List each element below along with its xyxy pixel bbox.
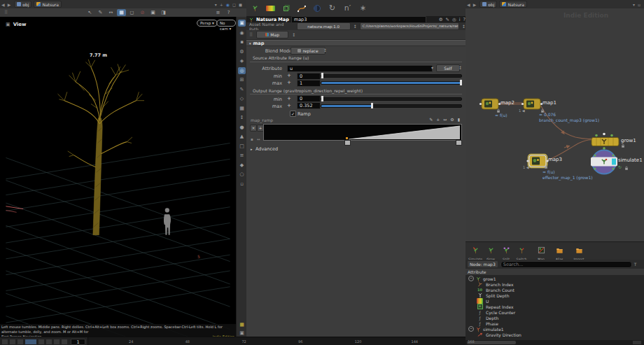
- handle-tool-icon[interactable]: ✎: [96, 9, 105, 16]
- light-icon[interactable]: ▲: [238, 133, 246, 140]
- gradient-map-icon[interactable]: [265, 3, 276, 13]
- tab-drag-handle[interactable]: ⠿: [249, 32, 253, 38]
- ramp-handle-1[interactable]: [344, 140, 351, 146]
- out-max-key-icon[interactable]: +: [287, 103, 291, 108]
- nav-back-icon[interactable]: ◀: [1, 2, 5, 7]
- view-pivot-icon[interactable]: ●: [238, 124, 246, 131]
- attribute-stepper[interactable]: ↕: [458, 65, 462, 70]
- natsura-tree-icon[interactable]: [250, 3, 260, 13]
- ramp-edit-icon[interactable]: ✎: [429, 117, 433, 122]
- n-prime-icon[interactable]: n′: [342, 3, 353, 13]
- node-grow1-label[interactable]: grow1: [621, 138, 636, 143]
- view-menu-icon[interactable]: ▣: [6, 22, 10, 27]
- handles-icon[interactable]: ↕: [238, 114, 246, 121]
- shaded-view-icon[interactable]: ▣: [148, 9, 158, 16]
- blend-stepper[interactable]: ↕: [323, 48, 327, 52]
- attr-group-grow1[interactable]: − grow1: [465, 276, 644, 281]
- playback-button-4[interactable]: [38, 339, 45, 345]
- move-tool-icon[interactable]: ↔: [106, 9, 115, 16]
- dot-marker-icon[interactable]: ▫: [238, 181, 246, 188]
- view-label[interactable]: View: [13, 22, 27, 27]
- net-breadcrumb-obj[interactable]: obj: [479, 1, 497, 8]
- attr-item-phase[interactable]: ƒ Phase: [465, 321, 644, 326]
- node-map1-label[interactable]: map1: [542, 100, 556, 106]
- ramp-del-point-button[interactable]: ×: [250, 125, 257, 132]
- net-breadcrumb-natsura[interactable]: Natsura: [499, 1, 527, 8]
- version-stepper[interactable]: ↕: [354, 24, 357, 29]
- attribute-scope-select[interactable]: Self: [436, 64, 460, 72]
- advanced-section-label[interactable]: Advanced: [255, 146, 278, 152]
- out-max-slider-handle[interactable]: [371, 103, 373, 108]
- globe-icon[interactable]: ◉: [226, 2, 230, 7]
- attribute-search-input[interactable]: [500, 261, 632, 268]
- src-min-key-icon[interactable]: +: [287, 73, 291, 78]
- out-max-field[interactable]: 0.352: [297, 102, 321, 109]
- attribute-field[interactable]: u: [287, 65, 433, 72]
- asset-version-select[interactable]: natsura:map:1.0: [297, 22, 351, 30]
- blend-mode-select[interactable]: replace: [290, 47, 326, 55]
- ramp-handle-2[interactable]: [456, 140, 462, 146]
- src-min-slider-handle[interactable]: [321, 73, 323, 78]
- node-name-field[interactable]: [291, 16, 426, 23]
- persp-selector[interactable]: Persp ▾: [197, 20, 218, 27]
- playback-button-0[interactable]: [1, 339, 8, 345]
- attr-scrollbar-track[interactable]: [465, 340, 644, 345]
- help-icon[interactable]: ?: [224, 9, 233, 16]
- camera-selector[interactable]: No cam ▾: [216, 20, 236, 27]
- shelf-tool-split[interactable]: Split: [498, 244, 514, 261]
- gear-icon[interactable]: ⚙: [238, 48, 246, 55]
- node-map2-label[interactable]: map2: [500, 100, 514, 106]
- snapshot-camera-icon[interactable]: ▣: [238, 330, 246, 337]
- settings-flower-icon[interactable]: ∗: [358, 3, 368, 13]
- out-min-slider[interactable]: [321, 97, 462, 101]
- ramp-graph[interactable]: [263, 124, 462, 141]
- diamond-marker-icon[interactable]: ◆: [238, 162, 246, 169]
- camera-view-icon[interactable]: □: [238, 143, 246, 150]
- network-editor[interactable]: Indie Edition: [465, 8, 644, 241]
- advanced-expand-icon[interactable]: ▸: [251, 147, 253, 151]
- attr-item-split-depth[interactable]: Split Depth: [465, 293, 644, 298]
- net-nav-back-icon[interactable]: ◀: [467, 2, 470, 7]
- src-max-field[interactable]: 1: [297, 80, 321, 87]
- playback-button-1[interactable]: [9, 339, 16, 345]
- src-min-field[interactable]: 0: [297, 73, 321, 80]
- toolbar-drag-handle[interactable]: ⠿: [1, 9, 10, 16]
- brush-icon[interactable]: ✎: [446, 17, 449, 22]
- reference-plane-icon[interactable]: ◈: [238, 57, 246, 64]
- ramp-gear-icon[interactable]: ⚙: [450, 117, 454, 122]
- recook-flag-icon[interactable]: ↻: [618, 164, 622, 169]
- wire-cube-icon[interactable]: [281, 3, 291, 13]
- breadcrumb-obj[interactable]: obj: [14, 1, 31, 8]
- tab-map[interactable]: Map: [256, 31, 288, 38]
- curve-icon[interactable]: [296, 3, 307, 13]
- net-nav-forward-icon[interactable]: ▶: [473, 2, 477, 7]
- out-max-slider[interactable]: [321, 104, 462, 108]
- pane-split-icon[interactable]: ◻: [232, 2, 236, 7]
- pin-icon[interactable]: +: [220, 2, 223, 7]
- pane-max-icon[interactable]: ◼: [239, 2, 242, 7]
- section-map-header[interactable]: ▾ map: [246, 40, 465, 46]
- grid-snap-icon[interactable]: ▦: [238, 105, 246, 112]
- src-max-slider[interactable]: [321, 81, 462, 85]
- out-min-field[interactable]: 0: [297, 95, 321, 102]
- mirror-icon[interactable]: ◇: [238, 95, 246, 102]
- viewport[interactable]: ▣ View Persp ▾ No cam ▾ 7.77 m 5 Left mo…: [0, 17, 236, 337]
- out-min-key-icon[interactable]: +: [287, 96, 291, 101]
- ramp-add-icon[interactable]: +: [436, 117, 440, 122]
- snap-tool-icon[interactable]: ▦: [117, 9, 126, 16]
- net-dropdown-icon[interactable]: ▾: [633, 2, 635, 7]
- shelf-tool-map[interactable]: Map: [533, 244, 549, 261]
- src-max-slider-handle[interactable]: [460, 80, 462, 85]
- node-map3-label[interactable]: map3: [548, 157, 562, 162]
- path-dropdown-icon[interactable]: ▾: [215, 2, 217, 7]
- attr-item-branch-index[interactable]: Branch Index: [465, 281, 644, 287]
- ramp-mini-button-1[interactable]: ▪: [251, 137, 253, 141]
- wireframe-view-icon[interactable]: ◨: [159, 9, 168, 16]
- attr-item-u[interactable]: U: [465, 298, 644, 304]
- recook-icon[interactable]: ↻: [327, 3, 337, 13]
- lock-view-icon[interactable]: ◉: [238, 29, 246, 36]
- ramp-move-icon[interactable]: ↔: [443, 117, 447, 122]
- playback-button-5[interactable]: [46, 339, 52, 345]
- character-placement-icon[interactable]: ◎: [238, 67, 246, 74]
- layout-menu-icon[interactable]: ≡: [214, 9, 223, 16]
